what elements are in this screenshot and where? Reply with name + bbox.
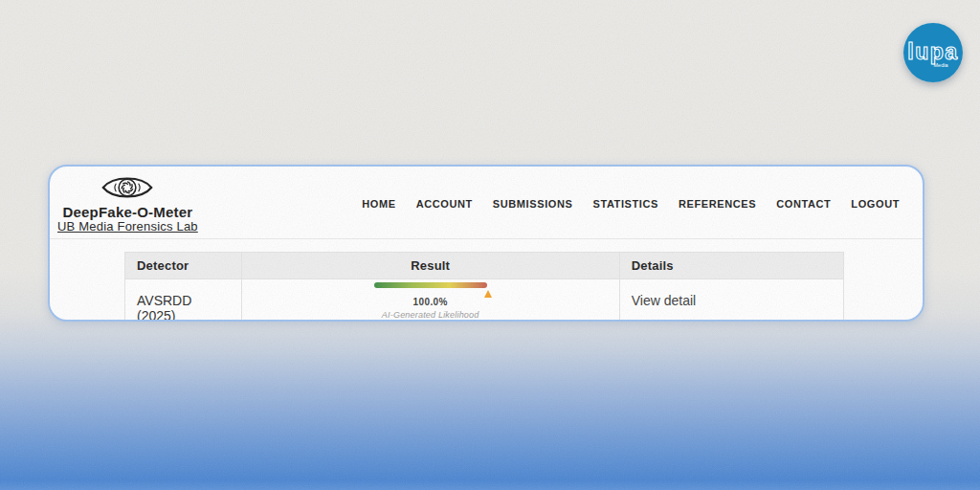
likelihood-gauge (374, 282, 487, 288)
lupa-logo-icon: lupa Media (903, 23, 963, 82)
likelihood-gradient-bar (374, 282, 487, 288)
results-table: Detector Result Details AVSRDD (2025) 10… (124, 252, 844, 322)
lupa-wordmark: lupa (907, 39, 958, 64)
col-header-result: Result (241, 253, 619, 279)
nav-item-submissions[interactable]: SUBMISSIONS (493, 198, 573, 210)
eye-aperture-icon (100, 172, 154, 203)
likelihood-percentage: 100.0% (242, 297, 619, 307)
nav-item-contact[interactable]: CONTACT (776, 198, 831, 210)
brand-logo-block[interactable]: DeepFake-O-Meter UB Media Forensics Lab (57, 172, 198, 234)
lupa-media-logo: lupa Media (903, 23, 963, 82)
brand-title: DeepFake-O-Meter (63, 204, 193, 220)
result-cell: 100.0% AI-Generated Likelihood (241, 279, 619, 323)
view-detail-link[interactable]: View detail (632, 293, 696, 308)
likelihood-caption: AI-Generated Likelihood (242, 310, 619, 320)
details-cell: View detail (619, 279, 843, 323)
likelihood-marker-icon (484, 290, 492, 298)
nav-item-logout[interactable]: LOGOUT (851, 198, 900, 210)
table-header-row: Detector Result Details (125, 253, 844, 279)
col-header-details: Details (619, 253, 843, 279)
nav-item-references[interactable]: REFERENCES (679, 198, 756, 210)
main-card: DeepFake-O-Meter UB Media Forensics Lab … (48, 165, 924, 322)
detector-name-cell: AVSRDD (2025) (125, 279, 242, 323)
results-table-wrap: Detector Result Details AVSRDD (2025) 10… (124, 252, 844, 322)
brand-subtitle-link[interactable]: UB Media Forensics Lab (57, 220, 198, 234)
lupa-subtext: Media (934, 62, 949, 68)
nav-item-home[interactable]: HOME (362, 198, 395, 210)
table-row: AVSRDD (2025) 100.0% AI-Generated Likeli… (125, 279, 844, 323)
card-header: DeepFake-O-Meter UB Media Forensics Lab … (50, 167, 923, 239)
nav-item-statistics[interactable]: STATISTICS (592, 198, 658, 210)
page: { "brand": { "title": "DeepFake-O-Meter"… (0, 0, 980, 490)
main-nav: HOME ACCOUNT SUBMISSIONS STATISTICS REFE… (362, 198, 900, 210)
nav-item-account[interactable]: ACCOUNT (416, 198, 473, 210)
col-header-detector: Detector (125, 253, 242, 279)
